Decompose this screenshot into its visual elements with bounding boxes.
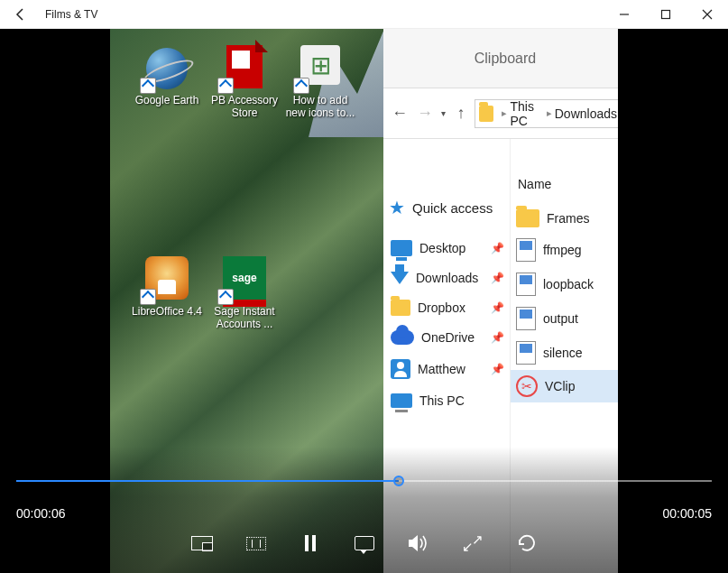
pin-icon: 📌 (491, 242, 504, 254)
mini-view-button[interactable] (189, 530, 216, 557)
file-row[interactable]: 📌 ffmpeg (511, 233, 618, 267)
seek-thumb[interactable] (393, 476, 404, 486)
pause-button[interactable] (297, 530, 324, 557)
fullscreen-button[interactable] (459, 530, 486, 557)
mini-view-icon (191, 536, 213, 550)
column-header-name[interactable]: Name (511, 173, 618, 204)
explorer-window: Clipboard ← → ▾ ↑ ▸ This PC ▸ Downloads (383, 29, 618, 573)
desktop-icon (391, 240, 412, 256)
aspect-ratio-icon (246, 537, 266, 550)
sidebar-item-label: Downloads (416, 271, 478, 285)
seek-bar[interactable] (16, 472, 712, 490)
nav-forward-button[interactable]: → (414, 103, 436, 125)
folder-icon (516, 209, 539, 227)
nav-up-button[interactable]: ↑ (451, 104, 471, 124)
video-area: Google Earth PB Accessory Store ⊞ How to… (0, 29, 728, 573)
file-label: loopback (543, 277, 594, 291)
file-row-selected[interactable]: 📌 VClip (511, 370, 618, 402)
howto-icon: ⊞ (297, 45, 344, 92)
file-row-folder[interactable]: Frames (511, 204, 618, 233)
breadcrumb[interactable]: ▸ This PC ▸ Downloads (475, 99, 618, 128)
nav-history-dropdown[interactable]: ▾ (439, 108, 447, 118)
seek-progress (16, 480, 399, 482)
ribbon-section: Clipboard (383, 29, 618, 88)
sidebar-item-onedrive[interactable]: OneDrive 📌 (383, 323, 510, 352)
pc-icon (391, 393, 412, 408)
fullscreen-icon (464, 534, 482, 552)
desktop-icon: Google Earth (130, 45, 204, 106)
desktop-icon-label: PB Accessory Store (207, 94, 281, 120)
volume-icon (407, 533, 430, 553)
folder-icon (479, 106, 493, 122)
sidebar-item-user[interactable]: Matthew 📌 (383, 352, 510, 386)
sidebar-item-desktop[interactable]: Desktop 📌 (383, 233, 510, 263)
repeat-icon (516, 532, 538, 554)
libreoffice-icon (143, 256, 190, 303)
sidebar-item-downloads[interactable]: Downloads 📌 (383, 263, 510, 292)
pin-icon: 📌 (491, 363, 504, 375)
google-earth-icon (143, 45, 190, 92)
quick-access-panel: ★ Quick access Desktop 📌 Downloads 📌 (383, 139, 510, 573)
maximize-button[interactable] (645, 0, 687, 29)
volume-button[interactable] (405, 530, 432, 557)
application-icon (516, 238, 536, 262)
app-title: Films & TV (41, 8, 604, 21)
subtitles-icon (355, 536, 374, 550)
player-controls (0, 530, 728, 557)
pb-accessory-icon (221, 45, 268, 92)
application-icon (516, 273, 536, 296)
time-elapsed: 00:00:06 (16, 506, 66, 521)
titlebar: Films & TV (0, 0, 728, 29)
star-icon: ★ (389, 199, 407, 217)
aspect-ratio-button[interactable] (243, 530, 270, 557)
dropbox-icon (391, 300, 410, 316)
pillarbox-left (0, 29, 110, 573)
file-row[interactable]: 📌 output (511, 301, 618, 336)
breadcrumb-segment[interactable]: Downloads (555, 106, 617, 121)
chevron-right-icon: ▸ (544, 107, 555, 119)
pause-icon (305, 535, 316, 551)
desktop-icon-label: LibreOffice 4.4 (130, 305, 204, 318)
desktop-icon: PB Accessory Store (207, 45, 281, 120)
close-button[interactable] (687, 0, 728, 29)
onedrive-icon (391, 330, 414, 345)
sidebar-item-this-pc[interactable]: This PC (383, 386, 510, 415)
back-button[interactable] (0, 0, 41, 29)
file-label: output (543, 311, 578, 326)
pin-icon: 📌 (491, 331, 504, 344)
desktop-icon-label: Google Earth (130, 94, 204, 106)
nav-back-button[interactable]: ← (389, 103, 410, 125)
file-row[interactable]: 📌 silence (511, 336, 618, 370)
desktop-icon: LibreOffice 4.4 (130, 256, 204, 318)
repeat-button[interactable] (513, 530, 540, 557)
chevron-right-icon: ▸ (499, 107, 510, 119)
pin-icon: 📌 (491, 272, 504, 284)
file-row[interactable]: 📌 loopback (511, 267, 618, 301)
svg-rect-1 (662, 10, 670, 18)
time-remaining: 00:00:05 (663, 506, 713, 521)
file-label: VClip (545, 379, 575, 393)
desktop-background: Google Earth PB Accessory Store ⊞ How to… (110, 29, 383, 573)
video-frame: Google Earth PB Accessory Store ⊞ How to… (110, 29, 618, 573)
desktop-icon: sage Sage Instant Accounts ... (207, 256, 281, 331)
application-icon (516, 307, 536, 330)
breadcrumb-segment[interactable]: This PC (510, 99, 543, 128)
quick-access-header[interactable]: ★ Quick access (383, 195, 510, 220)
minimize-button[interactable] (604, 0, 645, 29)
file-label: Frames (547, 211, 589, 226)
subtitles-button[interactable] (351, 530, 378, 557)
sidebar-item-label: Matthew (418, 362, 465, 376)
desktop-icon: ⊞ How to add new icons to... (283, 45, 357, 120)
ribbon-label: Clipboard (475, 51, 536, 67)
pillarbox-right (618, 29, 728, 573)
explorer-nav: ← → ▾ ↑ ▸ This PC ▸ Downloads (383, 88, 618, 139)
application-icon (516, 341, 536, 365)
vclip-icon (516, 375, 538, 397)
sidebar-item-label: Dropbox (418, 300, 465, 315)
user-icon (391, 359, 410, 379)
sidebar-item-dropbox[interactable]: Dropbox 📌 (383, 292, 510, 323)
sidebar-item-label: This PC (419, 393, 465, 408)
sidebar-item-label: Desktop (419, 241, 465, 255)
desktop-icon-label: Sage Instant Accounts ... (207, 305, 281, 331)
sidebar-item-label: OneDrive (421, 330, 475, 345)
